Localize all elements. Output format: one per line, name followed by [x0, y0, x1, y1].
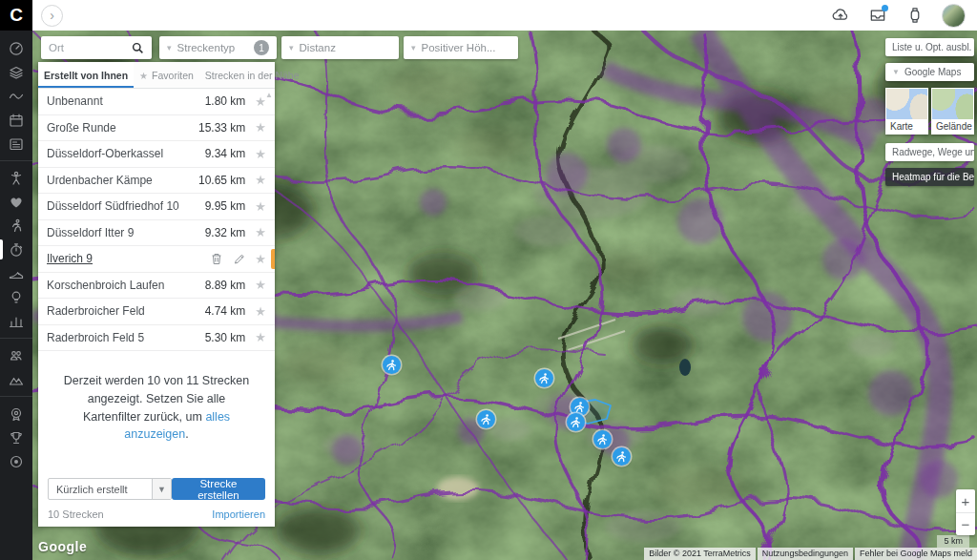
location-search-chip[interactable]: [41, 36, 152, 59]
route-name[interactable]: Düsseldorf Itter 9: [47, 226, 199, 239]
search-icon[interactable]: [132, 42, 144, 54]
running-icon[interactable]: [0, 214, 32, 238]
route-name[interactable]: Korschenbroich Laufen: [47, 279, 199, 292]
favorite-star-icon[interactable]: ★: [255, 304, 266, 319]
route-row[interactable]: Düsseldorf Südfriedhof 109.95 km★: [38, 194, 275, 220]
route-name[interactable]: Düsseldorf Südfriedhof 10: [47, 199, 199, 213]
profile-avatar[interactable]: [942, 4, 966, 28]
courses-stopwatch-icon[interactable]: [0, 238, 32, 261]
favorite-star-icon[interactable]: ★: [255, 147, 266, 161]
route-name[interactable]: Düsseldorf-Oberkassel: [47, 147, 199, 160]
health-heart-icon[interactable]: [0, 190, 32, 214]
favorite-star-icon[interactable]: ★: [255, 120, 266, 135]
top-header: C ›: [0, 0, 977, 31]
hide-list-button[interactable]: Liste u. Opt. ausbl.: [885, 38, 974, 56]
delete-icon[interactable]: [211, 253, 222, 265]
import-link[interactable]: Importieren: [212, 508, 265, 520]
tab-nearby-routes[interactable]: Strecken in der Nähe: [199, 62, 305, 88]
distance-label: Distanz: [300, 42, 336, 53]
route-row[interactable]: Düsseldorf Itter 99.32 km★: [38, 220, 275, 247]
inbox-icon[interactable]: [867, 5, 888, 26]
chevron-down-icon: ▾: [167, 43, 172, 52]
tab-label: Strecken in der Nähe: [205, 70, 300, 81]
badges-icon[interactable]: [0, 402, 32, 425]
edit-icon[interactable]: [234, 253, 245, 265]
chevron-down-icon: ▾: [411, 43, 416, 52]
segments-mountain-icon[interactable]: [0, 367, 32, 391]
route-name[interactable]: Urdenbacher Kämpe: [47, 174, 193, 187]
favorite-star-icon[interactable]: ★: [255, 278, 266, 292]
route-row[interactable]: Korschenbroich Laufen8.89 km★: [38, 273, 275, 300]
elevation-filter[interactable]: ▾ Positiver Höh...: [404, 36, 518, 59]
goals-target-icon[interactable]: [0, 449, 32, 473]
route-row[interactable]: Große Runde15.33 km★: [38, 115, 275, 142]
attribution-report-link[interactable]: Fehler bei Google Maps meld: [855, 548, 977, 560]
challenges-trophy-icon[interactable]: [0, 425, 32, 449]
garmin-connect-logo[interactable]: C: [0, 0, 32, 31]
route-row[interactable]: Urdenbacher Kämpe10.65 km★: [38, 168, 275, 195]
favorite-star-icon[interactable]: ★: [255, 199, 266, 214]
zoom-in-button[interactable]: +: [956, 489, 975, 512]
create-route-button[interactable]: Strecke erstellen: [172, 478, 265, 500]
route-name[interactable]: Unbenannt: [47, 94, 199, 108]
route-marker[interactable]: [593, 430, 612, 448]
paths-toggle-button[interactable]: Radwege, Wege und Pfade: [885, 143, 974, 161]
route-name[interactable]: Ilverich 9: [47, 252, 205, 265]
layers-icon[interactable]: [0, 60, 32, 84]
favorite-star-icon[interactable]: ★: [255, 225, 266, 239]
groups-icon[interactable]: [0, 343, 32, 367]
activity-wave-icon[interactable]: [0, 84, 32, 108]
route-type-filter[interactable]: ▾ Streckentyp 1: [159, 36, 277, 59]
nav-divider: [0, 396, 32, 397]
route-row[interactable]: Düsseldorf-Oberkassel9.34 km★: [38, 141, 275, 168]
nav-divider: [0, 338, 32, 339]
map-type-selector: Karte Gelände: [885, 88, 974, 135]
gear-shoe-icon[interactable]: [0, 261, 32, 285]
tab-label: Erstellt von Ihnen: [44, 70, 128, 81]
expand-sidebar-button[interactable]: ›: [41, 5, 63, 27]
hide-list-label: Liste u. Opt. ausbl.: [892, 42, 971, 52]
distance-filter[interactable]: ▾ Distanz: [281, 36, 399, 59]
route-marker[interactable]: [613, 447, 631, 466]
newsfeed-icon[interactable]: [0, 132, 32, 156]
heatmap-toggle-button[interactable]: Heatmap für die Belie... ✓: [885, 168, 974, 186]
device-watch-icon[interactable]: [904, 5, 925, 26]
favorite-star-icon[interactable]: ★: [255, 330, 266, 344]
reports-barchart-icon[interactable]: [0, 309, 32, 333]
row-actions: [211, 253, 245, 265]
tab-label: Favoriten: [152, 70, 194, 81]
favorite-star-icon[interactable]: ★: [255, 252, 266, 266]
route-marker[interactable]: [477, 410, 495, 428]
search-input[interactable]: [49, 42, 132, 53]
favorite-star-icon[interactable]: ★: [255, 173, 266, 187]
route-row[interactable]: Unbenannt1.80 km★: [38, 89, 275, 115]
notice-suffix: .: [185, 427, 188, 441]
upload-cloud-icon[interactable]: [830, 5, 851, 26]
nav-divider: [0, 160, 32, 161]
map-provider-dropdown[interactable]: ▼ Google Maps: [885, 63, 974, 81]
route-name[interactable]: Raderbroicher Feld: [47, 304, 199, 318]
route-row[interactable]: Raderbroich Feld 55.30 km★: [38, 325, 275, 352]
map-type-gelaende[interactable]: Gelände: [931, 88, 974, 135]
tab-created-by-you[interactable]: Erstellt von Ihnen: [38, 62, 134, 88]
routes-panel: Erstellt von Ihnen ★Favoriten Strecken i…: [38, 62, 275, 527]
scrollbar-up-arrow[interactable]: ▲: [265, 91, 273, 99]
route-distance: 8.89 km: [205, 279, 246, 292]
zoom-out-button[interactable]: −: [956, 512, 975, 535]
calendar-icon[interactable]: [0, 108, 32, 132]
sort-dropdown[interactable]: Kürzlich erstellt ▼: [48, 478, 172, 500]
route-marker[interactable]: [383, 356, 401, 374]
route-row[interactable]: Raderbroicher Feld4.74 km★: [38, 299, 275, 325]
route-marker[interactable]: [535, 369, 553, 387]
map-type-karte[interactable]: Karte: [885, 88, 928, 135]
insights-bulb-icon[interactable]: [0, 285, 32, 309]
route-name[interactable]: Raderbroich Feld 5: [47, 331, 199, 344]
route-marker[interactable]: [567, 413, 585, 431]
tab-favorites[interactable]: ★Favoriten: [134, 62, 199, 88]
training-person-icon[interactable]: [0, 166, 32, 190]
route-row[interactable]: Ilverich 9★: [38, 246, 275, 273]
dashboard-icon[interactable]: [0, 36, 32, 60]
attribution-terms-link[interactable]: Nutzungsbedingungen: [758, 548, 853, 560]
route-count: 10 Strecken: [48, 508, 104, 520]
route-name[interactable]: Große Runde: [47, 121, 193, 135]
